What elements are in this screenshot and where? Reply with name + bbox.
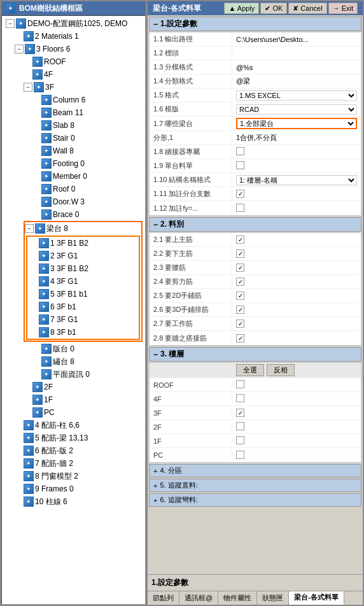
tree-item-b1[interactable]: ✦ 1 3F B1 B2 (27, 237, 139, 250)
tree-item-plan[interactable]: ✦ 平面資訊 0 (3, 368, 144, 381)
tree-item-floors[interactable]: − ✦ 3 Floors 6 (3, 43, 144, 55)
tree-item-slab[interactable]: ✦ Slab 8 (3, 119, 144, 132)
beams-select[interactable]: 1.全部梁台 (236, 118, 357, 129)
tree-item-platform[interactable]: ✦ 版台 0 (3, 342, 144, 355)
tree-item-stairs2[interactable]: ✦ 繡台 8 (3, 355, 144, 368)
tree-item-cfg5[interactable]: ✦ 5 配筋-梁 13,13 (3, 432, 144, 444)
section-params-header[interactable]: − 1.設定參數 (149, 17, 361, 31)
checkbox-1-8[interactable] (236, 147, 244, 155)
right-tab-props[interactable]: 物件屬性 (218, 591, 257, 605)
tree-area[interactable]: − ✦ DEMO-配置鋼筋1025, DEMO ✦ 2 Materials 1 … (1, 15, 146, 605)
beam8-icon: ✦ (35, 223, 45, 234)
right-tab-comm[interactable]: 通訊框@ (179, 591, 218, 605)
param-value-1-6: RCAD (232, 103, 361, 116)
tree-item-footing[interactable]: ✦ Footing 0 (3, 157, 144, 170)
floors-expand[interactable]: − (15, 45, 24, 53)
tree-item-b3[interactable]: ✦ 3 3F B1 B2 (27, 262, 139, 275)
checkbox-3f[interactable] (236, 409, 244, 417)
param-value-2-6 (232, 304, 361, 315)
checkbox-2-7[interactable] (236, 320, 244, 328)
checkbox-2-5[interactable] (236, 292, 244, 300)
tree-item-b8[interactable]: ✦ 8 3F b1 (27, 326, 139, 339)
tree-item-3f[interactable]: − ✦ 3F (3, 81, 144, 94)
section-5-header[interactable]: + 5. 追蹤直料: (149, 479, 361, 492)
tree-item-roof-node[interactable]: ✦ Roof 0 (3, 183, 144, 195)
section-layers-header[interactable]: − 3. 樓層 (149, 347, 361, 362)
right-tab-status[interactable]: 狀態匣 (257, 591, 289, 605)
cancel-button[interactable]: ✘ Cancel (288, 3, 326, 14)
tree-item-brace[interactable]: ✦ Brace 0 (3, 208, 144, 221)
checkbox-2-4[interactable] (236, 278, 244, 286)
tree-item-cfg10[interactable]: ✦ 10 柱線 6 (3, 495, 144, 508)
right-tab-beams[interactable]: 梁台-各式料單 (289, 591, 344, 605)
tree-item-b5[interactable]: ✦ 5 3F B1 b1 (27, 288, 139, 300)
tree-item-cfg7[interactable]: ✦ 7 配筋-牆 2 (3, 457, 144, 470)
checkbox-2-8[interactable] (236, 334, 244, 342)
tree-item-wall[interactable]: ✦ Wall 8 (3, 144, 144, 157)
checkbox-2-1[interactable] (236, 236, 244, 244)
struct-name-select[interactable]: 1: 樓層-名稱 (236, 175, 357, 185)
tree-item-b7[interactable]: ✦ 7 3F G1 (27, 313, 139, 326)
tree-item-4f[interactable]: ✦ 4F (3, 68, 144, 81)
section-rebar-header[interactable]: − 2. 料別 (149, 217, 361, 232)
section-params-expand: − (153, 20, 158, 29)
right-panel: 梁台-各式料單 ▲ Apply ✔ OK ✘ Cancel → Exit − 1… (146, 0, 364, 606)
cfg5-icon: ✦ (24, 433, 34, 443)
param-value-2-1 (232, 234, 361, 245)
root-expand[interactable]: − (6, 19, 15, 28)
select-all-button[interactable]: 全選 (236, 364, 264, 376)
param-value-1-4[interactable]: @梁 (232, 75, 361, 87)
invert-button[interactable]: 反相 (267, 364, 295, 376)
checkbox-roof[interactable] (236, 380, 244, 388)
checkbox-1-11[interactable] (236, 190, 244, 198)
param-value-1-1[interactable]: C:\Users\user\Deskto... (232, 34, 361, 45)
template-select[interactable]: RCAD (236, 104, 357, 115)
tree-item-stair[interactable]: ✦ Stair 0 (3, 132, 144, 144)
ok-button[interactable]: ✔ OK (260, 3, 287, 14)
beam8-expand[interactable]: − (25, 224, 34, 233)
right-tab-nodes[interactable]: 節點列 (148, 591, 179, 605)
tree-item-cfg6[interactable]: ✦ 6 配筋-版 2 (3, 444, 144, 457)
checkbox-1f[interactable] (236, 436, 244, 444)
tree-item-b6[interactable]: ✦ 6 3F b1 (27, 300, 139, 313)
tree-item-b4[interactable]: ✦ 4 3F G1 (27, 275, 139, 288)
tree-item-beam8[interactable]: − ✦ 梁台 8 (25, 222, 141, 235)
b3-icon: ✦ (39, 264, 49, 274)
param-value-divform[interactable]: 1合併,不分頁 (232, 132, 361, 144)
param-value-1-3[interactable]: @%s (232, 62, 361, 73)
checkbox-2-3[interactable] (236, 264, 244, 272)
apply-button[interactable]: ▲ Apply (224, 3, 259, 14)
tree-item-1f[interactable]: ✦ 1F (3, 393, 144, 406)
tree-item-beam[interactable]: ✦ Beam 11 (3, 106, 144, 119)
tree-item-cfg4[interactable]: ✦ 4 配筋-柱 6,6 (3, 419, 144, 432)
tree-item-roof-floor[interactable]: ✦ ROOF (3, 55, 144, 68)
tree-item-materials[interactable]: ✦ 2 Materials 1 (3, 30, 144, 43)
3f-expand[interactable]: − (24, 83, 32, 92)
tree-item-member[interactable]: ✦ Member 0 (3, 170, 144, 183)
param-value-1-12 (232, 202, 361, 215)
checkbox-pc[interactable] (236, 451, 244, 459)
checkbox-4f[interactable] (236, 394, 244, 402)
section-6-header[interactable]: + 6. 追蹤彎料: (149, 493, 361, 507)
tree-item-cfg9[interactable]: ✦ 9 Frames 0 (3, 483, 144, 495)
tree-item-column[interactable]: ✦ Column 6 (3, 94, 144, 106)
tree-item-2f[interactable]: ✦ 2F (3, 381, 144, 393)
tree-item-b2[interactable]: ✦ 2 3F G1 (27, 250, 139, 262)
exit-button[interactable]: → Exit (328, 3, 358, 14)
slab-icon: ✦ (41, 120, 52, 130)
checkbox-2-6[interactable] (236, 306, 244, 314)
pc-icon: ✦ (32, 407, 43, 418)
tree-item-pc[interactable]: ✦ PC (3, 406, 144, 419)
tree-root[interactable]: − ✦ DEMO-配置鋼筋1025, DEMO (3, 17, 144, 30)
tree-item-cfg8[interactable]: ✦ 8 門窗模型 2 (3, 470, 144, 483)
tree-item-doorw[interactable]: ✦ Door.W 3 (3, 195, 144, 208)
cfg9-icon: ✦ (24, 484, 34, 494)
checkbox-2f[interactable] (236, 422, 244, 430)
checkbox-1-9[interactable] (236, 161, 244, 169)
checkbox-2-2[interactable] (236, 250, 244, 258)
checkbox-1-12[interactable] (236, 204, 244, 212)
format-select[interactable]: 1.MS EXCEL (236, 90, 357, 101)
1f-icon: ✦ (32, 395, 43, 405)
section-4-header[interactable]: + 4. 分區 (149, 464, 361, 477)
layer-value-pc (232, 449, 361, 462)
